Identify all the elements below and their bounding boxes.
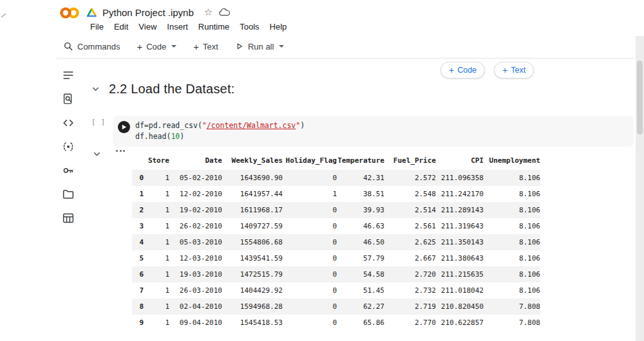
colab-logo[interactable] — [59, 6, 80, 20]
commands-button[interactable]: Commands — [63, 41, 120, 51]
add-code-button[interactable]: + Code — [137, 42, 176, 51]
table-cell: 0 — [283, 202, 337, 218]
screen-artifact — [1, 13, 6, 17]
add-text-button[interactable]: + Text — [193, 42, 218, 51]
more-options-icon[interactable] — [116, 150, 125, 152]
table-cell: 211.289143 — [436, 202, 484, 218]
menu-item-runtime[interactable]: Runtime — [193, 19, 234, 34]
play-icon — [120, 124, 128, 131]
menu-item-insert[interactable]: Insert — [162, 19, 193, 34]
table-cell: 1 — [144, 186, 169, 202]
insert-code-button[interactable]: + Code — [440, 62, 485, 78]
table-cell: 7.808 — [484, 299, 540, 315]
table-cell: 1 — [144, 234, 169, 250]
insert-code-label: Code — [457, 66, 477, 75]
table-cell: 2.548 — [384, 186, 436, 202]
menu-item-file[interactable]: File — [85, 19, 109, 34]
table-cell: 1 — [144, 299, 169, 315]
dataframe-col-header: Unemployment — [484, 153, 540, 170]
code-editor[interactable]: df=pd.read_csv("/content/Walmart.csv") d… — [135, 120, 305, 142]
notebook-title[interactable]: Python Project .ipynb — [102, 7, 194, 18]
dataframe-col-header: Weekly_Sales — [222, 153, 283, 170]
table-row: 3126-02-20101409727.59046.632.561211.319… — [132, 218, 540, 234]
table-cell: 54.58 — [337, 266, 384, 282]
collapse-section-icon[interactable] — [91, 84, 100, 94]
find-replace-button[interactable] — [60, 91, 77, 107]
table-cell: 2.572 — [384, 170, 436, 186]
play-icon — [235, 42, 244, 51]
table-cell: 211.018042 — [436, 282, 484, 299]
table-cell: 2.561 — [384, 218, 436, 234]
dataframe-col-header: Holiday_Flag — [283, 153, 337, 170]
table-cell: 09-04-2010 — [169, 315, 222, 331]
menu-item-view[interactable]: View — [133, 19, 162, 34]
run-all-button[interactable]: Run all — [235, 42, 284, 51]
plus-icon: + — [449, 66, 454, 75]
insert-text-label: Text — [511, 66, 526, 75]
colab-ring-left-icon — [61, 9, 70, 17]
table-button[interactable] — [60, 210, 77, 226]
dataframe-col-header: Fuel_Price — [384, 153, 436, 170]
table-cell: 12-03-2010 — [169, 250, 222, 266]
row-index: 3 — [132, 218, 144, 234]
run-cell-button[interactable] — [118, 121, 130, 133]
code-snippets-icon — [61, 116, 75, 130]
files-icon — [61, 187, 75, 201]
row-index: 7 — [132, 282, 144, 299]
run-all-label: Run all — [248, 42, 274, 51]
table-cell: 05-03-2010 — [169, 234, 222, 250]
scrollbar-thumb[interactable] — [637, 60, 643, 134]
dataframe-col-header: Store — [144, 153, 169, 170]
table-cell: 211.242170 — [436, 186, 484, 202]
table-cell: 0 — [283, 282, 337, 299]
table-cell: 1 — [283, 186, 337, 202]
dataframe-col-header: Temperature — [337, 153, 384, 170]
left-sidebar — [57, 59, 80, 226]
cell-exec-marker: [ ] — [91, 118, 106, 125]
secrets-button[interactable] — [60, 162, 77, 179]
collapse-output-icon[interactable] — [92, 149, 102, 159]
menu-item-help[interactable]: Help — [265, 19, 292, 34]
table-cell: 19-03-2010 — [169, 266, 222, 282]
table-cell: 1 — [144, 202, 169, 218]
code-text: ) — [180, 132, 184, 141]
table-cell: 8.106 — [484, 250, 540, 266]
table-row: 4105-03-20101554806.68046.502.625211.350… — [132, 234, 540, 250]
table-cell: 1472515.79 — [222, 266, 283, 282]
table-cell: 1 — [144, 170, 169, 186]
table-cell: 2.514 — [384, 202, 436, 218]
code-snippets-button[interactable] — [60, 115, 77, 131]
menu-item-tools[interactable]: Tools — [234, 19, 264, 34]
table-cell: 1439541.59 — [222, 250, 283, 266]
table-cell: 02-04-2010 — [169, 299, 222, 315]
table-cell: 1 — [144, 282, 169, 299]
table-row: 7126-03-20101404429.92051.452.732211.018… — [132, 282, 540, 299]
toc-icon — [61, 68, 75, 82]
notebook-toolbar: Commands + Code + Text Run all — [57, 35, 634, 59]
chevron-down-icon — [171, 45, 176, 48]
toc-button[interactable] — [60, 67, 77, 84]
section-heading-row: 2.2 Load the Dataset: — [91, 82, 234, 97]
table-row: 9109-04-20101545418.53065.862.770210.622… — [132, 315, 540, 331]
table-row: 1112-02-20101641957.44138.512.548211.242… — [132, 186, 540, 202]
table-cell: 1 — [144, 315, 169, 331]
table-cell: 1404429.92 — [222, 282, 283, 299]
files-button[interactable] — [60, 186, 77, 203]
table-cell: 2.732 — [384, 282, 436, 299]
cloud-save-icon[interactable] — [218, 7, 231, 17]
code-file-link[interactable]: /content/Walmart.csv — [207, 121, 296, 130]
table-cell: 1611968.17 — [222, 202, 283, 218]
table-cell: 1 — [144, 250, 169, 266]
table-cell: 1 — [144, 218, 169, 234]
table-cell: 1545418.53 — [222, 315, 283, 331]
vertical-scrollbar[interactable] — [636, 36, 644, 341]
code-string-quote: " — [202, 121, 207, 130]
star-icon[interactable]: ☆ — [204, 6, 213, 18]
table-cell: 0 — [283, 315, 337, 331]
chevron-down-icon — [279, 45, 284, 48]
variables-button[interactable] — [60, 138, 77, 155]
table-cell: 8.106 — [484, 202, 540, 218]
menu-item-edit[interactable]: Edit — [109, 19, 133, 34]
table-cell: 0 — [283, 234, 337, 250]
insert-text-button[interactable]: + Text — [494, 62, 534, 78]
